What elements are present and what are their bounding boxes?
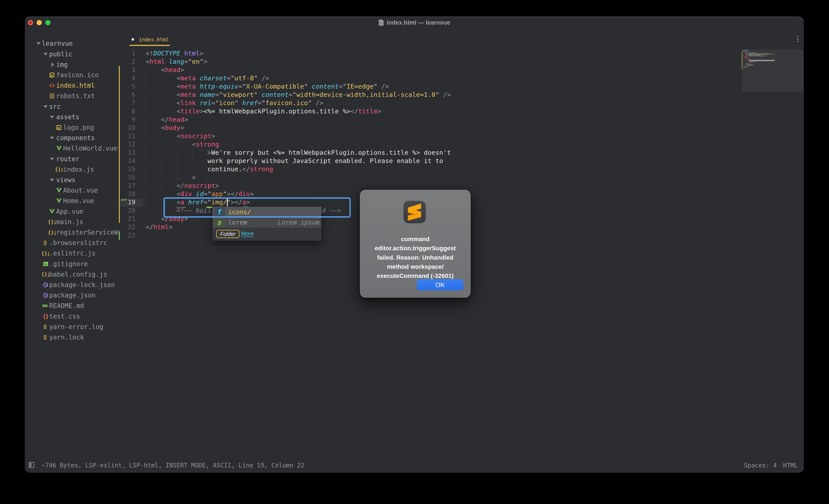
tab-modified-dot — [132, 38, 134, 41]
sidebar-item--gitignore[interactable]: .gitignore — [25, 259, 118, 269]
sidebar-item-about-vue[interactable]: About.vue — [25, 185, 118, 196]
syntax-indicator[interactable]: HTML — [783, 459, 798, 473]
completion-item-lorem[interactable]: s lorem Lorem ipsum — [213, 217, 321, 228]
chevron-down-icon — [48, 176, 56, 184]
sidebar-item-home-vue[interactable]: Home.vue — [25, 196, 118, 206]
sidebar-item-label: registerServiceWorker.js — [56, 229, 118, 236]
sidebar-item-registerserviceworker-js[interactable]: ();registerServiceWorker.js — [25, 227, 118, 238]
sidebar-item-index-js[interactable]: ();index.js — [25, 164, 118, 175]
sidebar-item-app-vue[interactable]: App.vue — [25, 206, 118, 217]
chevron-down-icon — [48, 155, 56, 163]
html-file-icon — [48, 82, 56, 89]
ok-button[interactable]: OK — [417, 279, 463, 290]
chevron-down-icon — [48, 113, 56, 121]
js-file-icon: (); — [42, 249, 49, 257]
sidebar-item-helloworld-vue[interactable]: HelloWorld.vue — [25, 143, 118, 154]
js-file-icon: (); — [48, 229, 56, 236]
sidebar-item-label: package.json — [49, 292, 96, 299]
textdoc-file-icon — [48, 92, 56, 100]
sidebar-item-yarn-lock[interactable]: yarn.lock — [25, 332, 118, 343]
sidebar-item-label: router — [56, 155, 79, 163]
tab-label: index.html — [139, 37, 169, 42]
md-file-icon — [42, 302, 49, 309]
sidebar-item-test-css[interactable]: {}test.css — [25, 311, 118, 322]
sidebar-item-package-lock-json[interactable]: package-lock.json — [25, 280, 118, 290]
annotation-highlight-box — [164, 197, 351, 218]
lines-file-icon — [42, 323, 49, 331]
sidebar-item-label: README.md — [49, 302, 84, 309]
sidebar-item-label: .browserslistrc — [49, 239, 107, 246]
dialog-message-line: failed. Reason: Unhandled — [360, 253, 471, 262]
sidebar-item-label: babel.config.js — [49, 271, 107, 278]
sidebar-item--browserslistrc[interactable]: .browserslistrc — [25, 238, 118, 248]
sidebar-item-label: About.vue — [63, 187, 98, 194]
sidebar-item-main-js[interactable]: ();main.js — [25, 217, 118, 227]
sidebar-item-label: Home.vue — [63, 197, 94, 204]
sidebar-item-label: App.vue — [56, 208, 83, 215]
chevron-down-icon — [42, 50, 49, 58]
sidebar-item-views[interactable]: views — [25, 175, 118, 185]
title-group: index.html — learnvue — [25, 19, 804, 27]
more-link[interactable]: More — [241, 230, 254, 237]
sidebar-item-assets[interactable]: assets — [25, 112, 118, 122]
json-file-icon — [42, 292, 49, 299]
chevron-down-icon — [42, 103, 49, 110]
lines-file-icon — [42, 239, 49, 246]
js-file-icon: (); — [42, 271, 49, 278]
js-file-icon: (); — [48, 218, 56, 226]
sidebar-item-label: learnvue — [42, 40, 73, 47]
dialog-message-line: method workspace/ — [360, 262, 471, 271]
sidebar-item-robots-txt[interactable]: robots.txt — [25, 91, 118, 101]
sidebar-item-label: yarn.lock — [49, 334, 84, 341]
lines-file-icon — [42, 334, 49, 341]
sidebar-item-label: package-lock.json — [49, 281, 115, 288]
sidebar-item-label: robots.txt — [56, 92, 95, 100]
sidebar-item-label: main.js — [56, 218, 83, 226]
desktop: index.html — learnvue index.html learnvu… — [0, 0, 829, 504]
sidebar-item-learnvue[interactable]: learnvue — [25, 38, 118, 49]
sidebar-item-label: index.html — [56, 82, 95, 89]
tab-active-underline — [129, 45, 170, 46]
indent-indicator[interactable]: Spaces: 4 — [744, 459, 777, 473]
sidebar-item-img[interactable]: img — [25, 60, 118, 70]
sidebar-item-label: logo.png — [63, 124, 94, 131]
error-dialog: commandeditor.action.triggerSuggestfaile… — [360, 190, 471, 298]
sidebar-toggle-icon[interactable] — [29, 462, 34, 468]
sidebar-item-index-html[interactable]: index.html — [25, 80, 118, 91]
overflow-menu-icon[interactable] — [797, 36, 799, 43]
sidebar-item-label: .eslintrc.js — [49, 249, 96, 257]
sidebar-item-router[interactable]: router — [25, 154, 118, 164]
sidebar-item-logo-png[interactable]: logo.png — [25, 122, 118, 133]
title-inner: index.html — learnvue — [379, 19, 450, 26]
chevron-right-icon — [48, 61, 56, 68]
dialog-message: commandeditor.action.triggerSuggestfaile… — [360, 235, 471, 280]
sidebar-item-package-json[interactable]: package.json — [25, 290, 118, 301]
sidebar-item-favicon-ico[interactable]: favicon.ico — [25, 70, 118, 80]
vue-file-icon — [48, 208, 56, 215]
sidebar-item-label: src — [49, 103, 61, 110]
sidebar-item-label: favicon.ico — [56, 71, 99, 79]
sidebar-item-src[interactable]: src — [25, 102, 118, 112]
git-file-icon — [42, 260, 49, 268]
status-info: ~746 Bytes, LSP-eslint, LSP-html, INSERT… — [42, 459, 304, 473]
sidebar-item-components[interactable]: components — [25, 133, 118, 143]
sidebar-item-label: public — [49, 50, 72, 58]
dialog-message-line: editor.action.triggerSuggest — [360, 244, 471, 253]
vue-file-icon — [55, 145, 63, 152]
sidebar-file-tree: learnvuepublicimgfavicon.icoindex.htmlro… — [25, 38, 118, 365]
sidebar-item-babel-config-js[interactable]: ();babel.config.js — [25, 269, 118, 280]
sidebar-item-readme-md[interactable]: README.md — [25, 301, 118, 311]
chevron-down-icon — [48, 134, 56, 142]
statusbar: ~746 Bytes, LSP-eslint, LSP-html, INSERT… — [25, 459, 804, 473]
completion-annotation: Lorem ipsum — [278, 217, 320, 228]
window-title: index.html — learnvue — [387, 20, 450, 26]
sidebar-item-label: assets — [56, 113, 79, 121]
document-icon — [379, 19, 384, 26]
dialog-message-line: command — [360, 235, 471, 244]
sidebar-item-yarn-error-log[interactable]: yarn-error.log — [25, 322, 118, 332]
sidebar-item-label: test.css — [49, 313, 80, 320]
sidebar-item--eslintrc-js[interactable]: ();.eslintrc.js — [25, 248, 118, 259]
sidebar-item-public[interactable]: public — [25, 49, 118, 60]
sidebar-item-label: HelloWorld.vue — [63, 145, 117, 152]
completion-kind-chip: Folder — [216, 230, 240, 238]
